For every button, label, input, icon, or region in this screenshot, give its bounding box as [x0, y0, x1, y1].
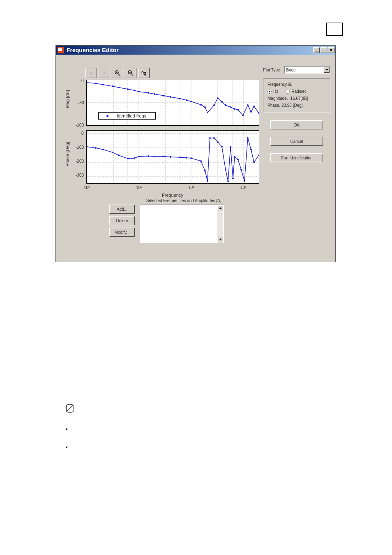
- svg-point-26: [148, 92, 149, 94]
- svg-point-45: [250, 111, 252, 113]
- mag-ylabel: Mag [dB]: [65, 90, 70, 108]
- svg-point-90: [244, 180, 245, 182]
- mag-tick-1: -50: [78, 101, 84, 105]
- svg-point-31: [186, 99, 187, 101]
- minimize-button[interactable]: _: [313, 47, 320, 53]
- svg-point-79: [209, 137, 211, 139]
- x-tick-2: 10²: [188, 185, 194, 190]
- x-tick-0: 10⁰: [84, 185, 90, 190]
- hz-radio[interactable]: [267, 90, 272, 94]
- svg-point-91: [247, 137, 249, 139]
- svg-point-22: [118, 87, 120, 88]
- svg-point-21: [112, 85, 113, 87]
- magnitude-chart[interactable]: Identified freqs: [86, 80, 259, 126]
- svg-point-35: [207, 112, 208, 113]
- svg-point-83: [225, 169, 226, 170]
- svg-point-46: [253, 106, 255, 107]
- svg-point-88: [237, 159, 239, 160]
- hz-radio-label[interactable]: Hz: [267, 89, 278, 94]
- svg-point-25: [138, 91, 140, 92]
- svg-point-33: [200, 104, 202, 106]
- svg-point-68: [138, 156, 140, 157]
- phase-ylabel: Phase [Deg]: [65, 142, 70, 167]
- svg-point-20: [102, 84, 104, 85]
- phase-chart[interactable]: [86, 130, 259, 184]
- svg-point-78: [207, 180, 208, 182]
- scroll-down-button[interactable]: [217, 237, 223, 242]
- svg-point-23: [127, 88, 129, 90]
- radsec-radio-label[interactable]: Rad/sec: [286, 89, 307, 94]
- magnitude-readout: Magnitude. -16.67[dB]: [267, 96, 326, 101]
- svg-point-84: [227, 180, 229, 182]
- modify-button[interactable]: Modify...: [109, 228, 135, 237]
- svg-point-62: [95, 147, 97, 149]
- phase-tick-2: -200: [76, 159, 84, 164]
- frequencies-editor-window: Frequencies Editor _ □ ✕: [55, 45, 336, 262]
- svg-point-70: [154, 156, 155, 157]
- add-button[interactable]: Add...: [109, 205, 135, 214]
- svg-point-36: [213, 104, 215, 106]
- maximize-button: □: [321, 47, 327, 53]
- svg-point-92: [250, 149, 252, 150]
- svg-point-77: [204, 170, 206, 172]
- svg-point-40: [230, 106, 231, 108]
- frequency-label: Frequency: [267, 82, 287, 87]
- window-title: Frequencies Editor: [67, 47, 119, 53]
- svg-point-37: [217, 97, 219, 99]
- ok-button[interactable]: OK: [270, 120, 323, 129]
- svg-point-86: [232, 177, 234, 179]
- svg-point-27: [154, 93, 155, 95]
- svg-point-85: [230, 146, 231, 147]
- svg-point-72: [170, 156, 171, 158]
- svg-point-61: [87, 146, 88, 147]
- bottom-panel: Selected Frequencies and Amplitudes [A].…: [109, 198, 259, 243]
- svg-point-80: [213, 137, 215, 139]
- cancel-button[interactable]: Cancel: [270, 137, 323, 146]
- svg-point-18: [87, 82, 88, 83]
- svg-point-82: [221, 146, 223, 147]
- svg-point-66: [127, 158, 129, 159]
- frequencies-listbox[interactable]: [140, 205, 224, 243]
- frequency-group: Frequency.60 Hz Rad/sec Magnitude. -16.6…: [263, 78, 330, 113]
- delete-button[interactable]: Delete: [109, 216, 135, 225]
- svg-point-43: [242, 115, 244, 116]
- svg-point-42: [237, 109, 239, 111]
- svg-point-65: [118, 154, 120, 156]
- svg-point-30: [179, 98, 181, 99]
- svg-point-73: [179, 157, 181, 158]
- scrollbar[interactable]: [217, 205, 223, 242]
- bullet-icon: [66, 447, 67, 448]
- phase-readout: Phase. 23.96 [Deg]: [267, 103, 326, 108]
- svg-point-89: [240, 169, 242, 170]
- phase-tick-0: 0: [81, 131, 84, 136]
- svg-point-39: [225, 104, 226, 106]
- plot-type-combo[interactable]: Bode: [284, 66, 330, 74]
- x-axis-label: Frequency: [162, 193, 183, 198]
- title-bar: Frequencies Editor _ □ ✕: [56, 46, 335, 55]
- page-divider: [50, 31, 338, 31]
- run-identification-button[interactable]: Run Identification: [270, 153, 323, 162]
- svg-point-41: [234, 108, 235, 110]
- x-tick-1: 10¹: [136, 185, 142, 190]
- svg-point-28: [163, 95, 165, 97]
- svg-point-63: [102, 149, 104, 150]
- close-button[interactable]: ✕: [328, 47, 334, 53]
- page-number-box: [326, 23, 343, 36]
- phase-tick-1: -100: [76, 145, 84, 150]
- svg-point-74: [186, 157, 187, 159]
- svg-point-93: [253, 161, 255, 163]
- bullet-icon: [66, 428, 67, 430]
- mag-tick-2: -100: [76, 123, 84, 127]
- svg-point-32: [190, 101, 192, 102]
- scroll-up-button[interactable]: [217, 205, 223, 211]
- matlab-icon: [58, 47, 64, 53]
- svg-point-76: [200, 160, 202, 162]
- x-tick-3: 10³: [240, 185, 246, 190]
- legend-swatch: [101, 116, 113, 116]
- radsec-radio[interactable]: [286, 90, 290, 94]
- svg-point-67: [134, 157, 135, 159]
- side-panel: Plot Type Bode Frequency.60 Hz Rad/sec M…: [263, 66, 330, 162]
- legend-label: Identified freqs: [117, 113, 146, 118]
- svg-point-69: [148, 155, 149, 157]
- bottom-title: Selected Frequencies and Amplitudes [A].: [109, 198, 259, 203]
